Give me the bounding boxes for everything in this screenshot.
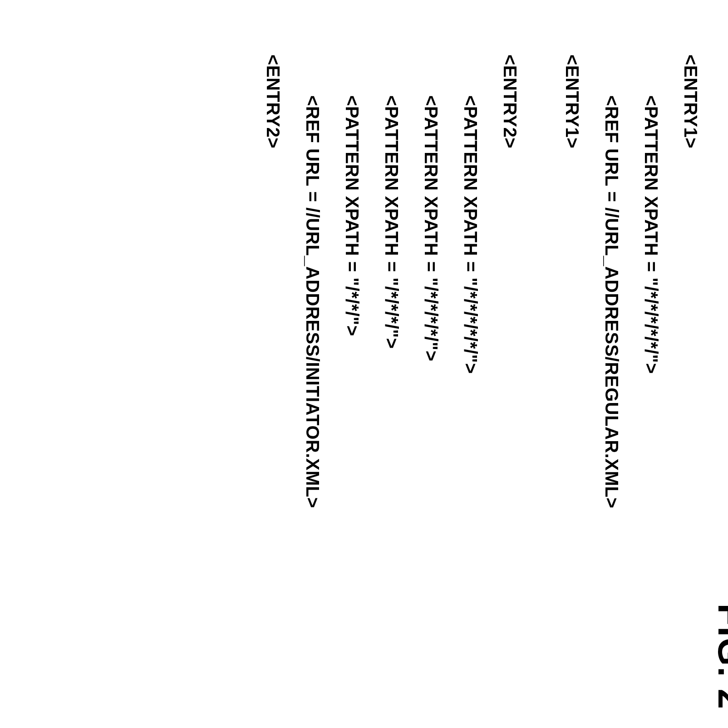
- entry1-close: <ENTRY1>: [562, 54, 582, 692]
- pattern-line-4: <PATTERN XPATH = "/*/*/*/">: [381, 54, 402, 692]
- spacer: [520, 54, 543, 692]
- entry2-open: <ENTRY2>: [500, 54, 520, 692]
- entry2-close: <ENTRY2>: [263, 54, 283, 692]
- pattern-line-3: <PATTERN XPATH = "/*/*/*/*/">: [421, 54, 441, 692]
- entry1-open: <ENTRY1>: [680, 54, 701, 692]
- code-listing: <ENTRY1> <PATTERN XPATH = "/*/*/*/*/*/">…: [0, 0, 728, 728]
- pattern-line-1: <PATTERN XPATH = "/*/*/*/*/*/">: [641, 54, 661, 692]
- figure-label: FIG. 2: [710, 604, 728, 710]
- pattern-line-2: <PATTERN XPATH = "/*/*/*/*/*/">: [460, 54, 481, 692]
- ref-url-2: <REF URL = //URL_ADDRESS/INITIATOR.XML>: [302, 54, 323, 692]
- pattern-line-5: <PATTERN XPATH = "/*/*/">: [342, 54, 362, 692]
- ref-url-1: <REF URL = //URL_ADDRESS/REGULAR.XML>: [601, 54, 622, 692]
